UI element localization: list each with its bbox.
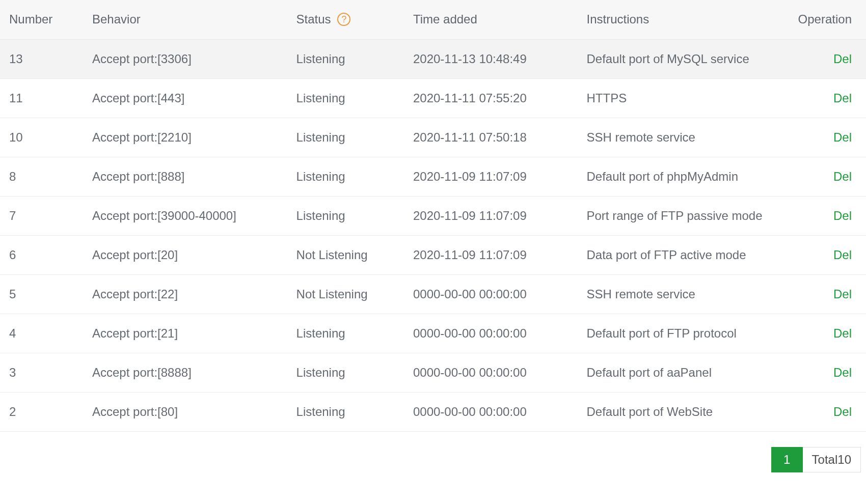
cell-instructions: Default port of FTP protocol <box>578 314 772 353</box>
delete-link[interactable]: Del <box>833 326 852 340</box>
cell-operation: Del <box>772 353 866 392</box>
cell-status: Not Listening <box>287 274 404 314</box>
cell-instructions: HTTPS <box>578 78 772 118</box>
cell-status: Listening <box>287 39 404 78</box>
cell-behavior: Accept port:[888] <box>83 157 287 196</box>
table-row: 13Accept port:[3306]Listening2020-11-13 … <box>0 39 866 78</box>
delete-link[interactable]: Del <box>833 366 852 379</box>
cell-instructions: Data port of FTP active mode <box>578 235 772 274</box>
cell-time: 0000-00-00 00:00:00 <box>404 274 578 314</box>
table-row: 10Accept port:[2210]Listening2020-11-11 … <box>0 118 866 157</box>
delete-link[interactable]: Del <box>833 287 852 301</box>
delete-link[interactable]: Del <box>833 52 852 66</box>
cell-status: Listening <box>287 196 404 235</box>
cell-operation: Del <box>772 235 866 274</box>
cell-time: 2020-11-09 11:07:09 <box>404 196 578 235</box>
cell-status: Listening <box>287 157 404 196</box>
cell-operation: Del <box>772 314 866 353</box>
pager-total-label: Total <box>812 453 838 466</box>
table-header-row: Number Behavior Status ? Time added Inst… <box>0 0 866 39</box>
pager: 1 Total10 <box>0 432 866 472</box>
cell-number: 10 <box>0 118 83 157</box>
table-row: 2Accept port:[80]Listening0000-00-00 00:… <box>0 392 866 431</box>
cell-instructions: Default port of MySQL service <box>578 39 772 78</box>
cell-behavior: Accept port:[39000-40000] <box>83 196 287 235</box>
cell-time: 0000-00-00 00:00:00 <box>404 392 578 431</box>
cell-instructions: Default port of WebSite <box>578 392 772 431</box>
col-header-status: Status ? <box>287 0 404 39</box>
cell-operation: Del <box>772 78 866 118</box>
table-row: 4Accept port:[21]Listening0000-00-00 00:… <box>0 314 866 353</box>
cell-operation: Del <box>772 392 866 431</box>
cell-number: 8 <box>0 157 83 196</box>
cell-behavior: Accept port:[2210] <box>83 118 287 157</box>
cell-behavior: Accept port:[21] <box>83 314 287 353</box>
cell-behavior: Accept port:[8888] <box>83 353 287 392</box>
cell-time: 2020-11-13 10:48:49 <box>404 39 578 78</box>
col-header-status-label: Status <box>296 12 331 26</box>
cell-number: 5 <box>0 274 83 314</box>
cell-status: Listening <box>287 314 404 353</box>
cell-behavior: Accept port:[22] <box>83 274 287 314</box>
delete-link[interactable]: Del <box>833 248 852 262</box>
cell-behavior: Accept port:[80] <box>83 392 287 431</box>
cell-instructions: SSH remote service <box>578 118 772 157</box>
pager-total-count: 10 <box>837 453 851 466</box>
cell-number: 7 <box>0 196 83 235</box>
page-button-current[interactable]: 1 <box>771 447 803 472</box>
cell-number: 6 <box>0 235 83 274</box>
cell-time: 2020-11-11 07:50:18 <box>404 118 578 157</box>
col-header-time: Time added <box>404 0 578 39</box>
pager-total: Total10 <box>803 447 861 472</box>
cell-time: 0000-00-00 00:00:00 <box>404 314 578 353</box>
cell-status: Not Listening <box>287 235 404 274</box>
delete-link[interactable]: Del <box>833 209 852 222</box>
cell-behavior: Accept port:[443] <box>83 78 287 118</box>
cell-status: Listening <box>287 392 404 431</box>
delete-link[interactable]: Del <box>833 405 852 418</box>
cell-operation: Del <box>772 196 866 235</box>
cell-instructions: Default port of phpMyAdmin <box>578 157 772 196</box>
cell-number: 3 <box>0 353 83 392</box>
cell-instructions: SSH remote service <box>578 274 772 314</box>
cell-number: 2 <box>0 392 83 431</box>
cell-number: 11 <box>0 78 83 118</box>
table-row: 7Accept port:[39000-40000]Listening2020-… <box>0 196 866 235</box>
table-row: 6Accept port:[20]Not Listening2020-11-09… <box>0 235 866 274</box>
cell-time: 2020-11-11 07:55:20 <box>404 78 578 118</box>
cell-instructions: Port range of FTP passive mode <box>578 196 772 235</box>
cell-time: 2020-11-09 11:07:09 <box>404 157 578 196</box>
cell-status: Listening <box>287 353 404 392</box>
col-header-behavior: Behavior <box>83 0 287 39</box>
cell-time: 2020-11-09 11:07:09 <box>404 235 578 274</box>
cell-instructions: Default port of aaPanel <box>578 353 772 392</box>
cell-number: 13 <box>0 39 83 78</box>
col-header-number: Number <box>0 0 83 39</box>
table-row: 8Accept port:[888]Listening2020-11-09 11… <box>0 157 866 196</box>
table-row: 3Accept port:[8888]Listening0000-00-00 0… <box>0 353 866 392</box>
cell-status: Listening <box>287 118 404 157</box>
cell-number: 4 <box>0 314 83 353</box>
cell-behavior: Accept port:[3306] <box>83 39 287 78</box>
cell-operation: Del <box>772 274 866 314</box>
port-rules-table: Number Behavior Status ? Time added Inst… <box>0 0 866 432</box>
cell-time: 0000-00-00 00:00:00 <box>404 353 578 392</box>
table-row: 5Accept port:[22]Not Listening0000-00-00… <box>0 274 866 314</box>
cell-operation: Del <box>772 157 866 196</box>
col-header-operation: Operation <box>772 0 866 39</box>
cell-operation: Del <box>772 39 866 78</box>
cell-status: Listening <box>287 78 404 118</box>
col-header-instructions: Instructions <box>578 0 772 39</box>
cell-behavior: Accept port:[20] <box>83 235 287 274</box>
delete-link[interactable]: Del <box>833 91 852 105</box>
cell-operation: Del <box>772 118 866 157</box>
delete-link[interactable]: Del <box>833 130 852 144</box>
status-help-icon[interactable]: ? <box>337 13 350 26</box>
table-row: 11Accept port:[443]Listening2020-11-11 0… <box>0 78 866 118</box>
delete-link[interactable]: Del <box>833 170 852 183</box>
